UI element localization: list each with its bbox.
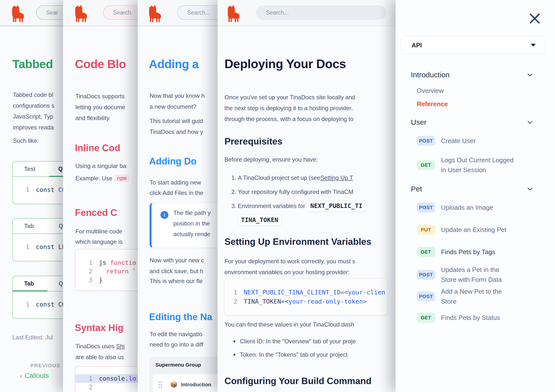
intro-paragraph-2: This tutorial will guid TinaDocs and how… xyxy=(150,116,203,137)
chevron-down-icon xyxy=(527,119,533,126)
section-label: User xyxy=(411,118,426,126)
values-paragraph: You can find these values in your TinaCl… xyxy=(224,321,354,328)
code-tab[interactable]: Q xyxy=(59,223,63,229)
nav-section-introduction[interactable]: Introduction xyxy=(411,71,533,79)
previous-link-label: Callouts xyxy=(25,372,49,380)
llama-logo-icon xyxy=(74,4,88,22)
such-like-text: Such like: xyxy=(13,137,39,144)
paragraph-flexibility: This is where our fle xyxy=(150,278,203,285)
env-vars-paragraph: For your deployment to work correctly, y… xyxy=(224,256,355,278)
section-heading-fenced-code: Fenced C xyxy=(75,207,117,218)
syntax-paragraph-line2: are able to also us xyxy=(75,354,124,361)
endpoint-label: Finds Pets by Tags xyxy=(441,247,523,257)
method-badge: POST xyxy=(417,136,435,146)
drag-handle-icon[interactable] xyxy=(158,381,162,388)
prerequisites-intro: Before deploying, ensure you have: xyxy=(224,156,318,163)
code-tab[interactable]: Tab xyxy=(24,280,34,287)
setting-up-link[interactable]: Setting Up T xyxy=(320,173,353,183)
section-heading-inline-code: Inline Cod xyxy=(75,143,120,153)
page-title: Adding a xyxy=(149,57,199,71)
method-badge: PUT xyxy=(417,225,435,235)
section-heading-build-command: Configuring Your Build Command xyxy=(224,376,372,386)
code-tab[interactable]: Q xyxy=(58,166,63,172)
api-endpoint-upload-image[interactable]: POST Uploads an Image xyxy=(417,203,531,212)
intro-paragraph-1: Now that you know h a new document? xyxy=(150,90,205,112)
method-badge: POST xyxy=(417,291,435,301)
endpoint-label: Updates a Pet in the Store with Form Dat… xyxy=(441,265,513,285)
endpoint-label: Finds Pets by Status xyxy=(441,313,523,323)
endpoint-label: Uploads an Image xyxy=(441,203,523,212)
intro-paragraph: Tabbed code bl configurations s JavaScri… xyxy=(13,89,54,133)
close-icon xyxy=(529,12,541,25)
method-badge: GET xyxy=(417,247,435,257)
api-endpoint-find-by-status[interactable]: GET Finds Pets by Status xyxy=(417,313,531,323)
section-heading-env-vars: Setting Up Environment Variables xyxy=(224,237,371,247)
api-endpoint-create-user[interactable]: POST Create User xyxy=(417,136,531,146)
syntax-paragraph-line1: TinaDocs uses Shi xyxy=(75,343,125,350)
code-line: 2TINA_TOKEN=<your-read-only-token> xyxy=(225,297,387,306)
search-input[interactable] xyxy=(256,5,386,20)
prerequisites-list: 1. A TinaCloud project set up (see Setti… xyxy=(231,173,366,229)
code-tab[interactable]: Test xyxy=(24,166,36,172)
code-line: 1NEXT_PUBLIC_TINA_CLIENT_ID=<your-clien xyxy=(225,288,387,297)
shiki-link[interactable]: Shi xyxy=(116,343,125,350)
package-icon: 📦 xyxy=(170,381,178,388)
env-code-block: 1NEXT_PUBLIC_TINA_CLIENT_ID=<your-clien … xyxy=(224,279,388,315)
api-endpoint-logout[interactable]: GET Logs Out Current Logged in User Sess… xyxy=(417,155,531,175)
close-button[interactable] xyxy=(529,12,541,25)
active-tab-underline xyxy=(13,290,47,291)
api-endpoint-find-by-tags[interactable]: GET Finds Pets by Tags xyxy=(417,247,531,257)
page-title: Tabbed xyxy=(12,57,53,71)
fenced-code-paragraph: For multiline code which language is xyxy=(75,226,123,247)
nav-item-label: Introduction xyxy=(181,382,211,388)
supermenu-group-title: Supermenu Group xyxy=(155,362,201,368)
page-title: Code Blo xyxy=(75,57,126,71)
list-item-continued: TINA_TOKEN xyxy=(231,215,366,225)
chevron-down-icon xyxy=(527,71,533,78)
example-prefix: Example: Use xyxy=(75,175,112,182)
api-endpoint-update-pet[interactable]: PUT Update an Existing Pet xyxy=(417,225,531,235)
env-var-chip: NEXT_PUBLIC_TI xyxy=(307,200,366,212)
llama-logo-icon xyxy=(227,4,240,22)
callout-text: The file path y position in the actually… xyxy=(173,207,211,239)
method-badge: GET xyxy=(417,160,435,170)
sidebar-api-nav: API Introduction Overview Reference User… xyxy=(396,0,555,392)
method-badge: GET xyxy=(417,313,435,323)
paragraph-save: Now with your new c and click save, but … xyxy=(150,255,204,277)
docs-window-stack: Tabbed Tabbed code bl configurations s J… xyxy=(0,0,555,392)
previous-label: PREVIOUS xyxy=(30,363,60,369)
code-tab[interactable]: Tab xyxy=(24,223,34,229)
chevron-down-icon xyxy=(531,44,536,47)
section-heading-adding-docs: Adding Do xyxy=(149,156,197,167)
nav-link-overview[interactable]: Overview xyxy=(417,87,444,95)
intro-paragraph: Once you've set up your TinaDocs site lo… xyxy=(224,92,355,124)
section-label: Pet xyxy=(411,185,422,193)
code-line: 1const CO xyxy=(26,186,66,193)
llama-logo-icon xyxy=(11,4,25,22)
nav-link-reference[interactable]: Reference xyxy=(417,100,448,108)
previous-page-link[interactable]: ‹ Callouts xyxy=(20,372,49,380)
nav-section-user[interactable]: User xyxy=(411,118,533,126)
endpoint-label: Logs Out Current Logged in User Session xyxy=(441,155,515,175)
bullet-item: Token: In the "Tokens" tab of your proje… xyxy=(233,351,348,358)
panel-deploying-header xyxy=(218,0,425,26)
list-item: 1. A TinaCloud project set up (see Setti… xyxy=(231,173,366,183)
api-version-dropdown[interactable]: API xyxy=(401,36,545,54)
code-tab[interactable]: Q xyxy=(59,280,63,287)
inline-code-paragraph: Using a singular ba xyxy=(75,163,126,169)
bullet-item: Client ID: In the "Overview" tab of your… xyxy=(233,338,356,345)
code-line: 1const CO xyxy=(26,301,66,308)
inline-code-example: Example: Use npm xyxy=(75,174,129,182)
bullet-dot xyxy=(233,340,235,342)
api-endpoint-update-pet-form[interactable]: POST Updates a Pet in the Store with For… xyxy=(417,265,531,285)
section-heading-editing-nav: Editing the Na xyxy=(149,312,212,322)
dropdown-value: API xyxy=(412,42,422,49)
endpoint-label: Add a New Pet to the Store xyxy=(441,287,513,306)
section-heading-prerequisites: Prerequisites xyxy=(224,136,282,147)
list-item: 2. Your repository fully configured with… xyxy=(231,187,366,197)
api-endpoint-add-pet[interactable]: POST Add a New Pet to the Store xyxy=(417,287,531,306)
nav-section-pet[interactable]: Pet xyxy=(411,185,533,193)
inline-code-chip: npm xyxy=(114,174,129,182)
section-heading-syntax-highlighting: Syntax Hig xyxy=(75,323,123,333)
method-badge: POST xyxy=(417,270,435,280)
